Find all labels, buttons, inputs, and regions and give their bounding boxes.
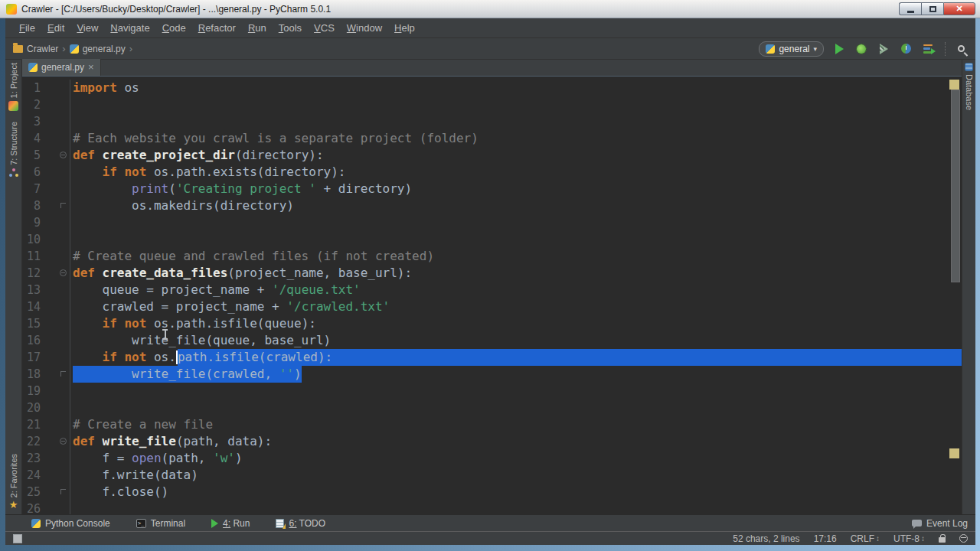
fold-end-icon[interactable] — [60, 371, 66, 377]
gutter[interactable] — [41, 416, 70, 433]
breadcrumb-file[interactable]: general.py — [68, 42, 127, 56]
gutter[interactable] — [41, 399, 70, 416]
code-line[interactable]: 2 — [22, 96, 962, 113]
fold-collapse-icon[interactable] — [60, 269, 67, 276]
code-line[interactable]: 3 — [22, 113, 962, 130]
sidebar-item-database[interactable]: Database — [965, 63, 974, 110]
code-line[interactable]: 24 f.write(data) — [22, 467, 962, 484]
gutter[interactable] — [41, 500, 70, 514]
gutter[interactable] — [41, 197, 70, 214]
gutter[interactable] — [41, 96, 70, 113]
gutter[interactable] — [41, 467, 70, 484]
tab-general-py[interactable]: general.py × — [22, 59, 101, 76]
gutter[interactable] — [41, 298, 70, 315]
concurrency-diagram-button[interactable] — [921, 42, 935, 56]
menu-edit[interactable]: Edit — [41, 20, 70, 36]
event-log-button[interactable]: Event Log — [912, 518, 968, 529]
menu-run[interactable]: Run — [242, 20, 273, 36]
menu-view[interactable]: View — [70, 20, 104, 36]
code-line[interactable]: 14 crawled = project_name + '/crawled.tx… — [22, 298, 962, 315]
gutter[interactable] — [41, 130, 70, 147]
code-line[interactable]: 11# Create queue and crawled files (if n… — [22, 248, 962, 265]
encoding-select[interactable]: UTF-8 ↕ — [893, 533, 925, 544]
menu-tools[interactable]: Tools — [273, 20, 308, 36]
gutter[interactable] — [41, 366, 70, 383]
sidebar-item-project[interactable]: 1: Project — [8, 63, 18, 111]
code-line[interactable]: 17 if not os.path.isfile(crawled): — [22, 349, 962, 366]
run-button[interactable] — [832, 42, 846, 56]
code-line[interactable]: 4# Each website you crawl is a separate … — [22, 130, 962, 147]
run-configuration-select[interactable]: general ▾ — [759, 41, 824, 57]
code-line[interactable]: 13 queue = project_name + '/queue.txt' — [22, 282, 962, 298]
menu-file[interactable]: File — [13, 20, 41, 36]
breadcrumb-project[interactable]: Crawler — [11, 42, 60, 56]
profiler-button[interactable] — [899, 42, 913, 56]
gutter[interactable] — [41, 484, 70, 500]
hector-inspections-icon[interactable] — [959, 534, 968, 543]
code-line[interactable]: 22def write_file(path, data): — [22, 433, 962, 450]
maximize-button[interactable] — [921, 2, 943, 15]
gutter[interactable] — [41, 80, 70, 96]
gutter[interactable] — [41, 433, 70, 450]
code-line[interactable]: 8 os.makedirs(directory) — [22, 197, 962, 214]
run-with-coverage-button[interactable] — [877, 42, 890, 56]
gutter[interactable] — [41, 147, 70, 164]
gutter[interactable] — [41, 248, 70, 265]
gutter[interactable] — [41, 332, 70, 349]
sidebar-item-structure[interactable]: 7: Structure — [9, 122, 18, 178]
code-line[interactable]: 5def create_project_dir(directory): — [22, 147, 962, 164]
code-line[interactable]: 7 print('Creating project ' + directory) — [22, 181, 962, 197]
toolwindow-toggle-icon[interactable] — [13, 534, 22, 543]
code-line[interactable]: 6 if not os.path.exists(directory): — [22, 164, 962, 181]
gutter[interactable] — [41, 231, 70, 248]
code-line[interactable]: 20 — [22, 399, 962, 416]
caret-position[interactable]: 17:16 — [814, 533, 837, 544]
code-line[interactable]: 26 — [22, 500, 962, 514]
code-line[interactable]: 10 — [22, 231, 962, 248]
gutter[interactable] — [41, 164, 70, 181]
terminal-button[interactable]: >_ Terminal — [136, 518, 185, 529]
gutter[interactable] — [41, 450, 70, 467]
code-line[interactable]: 18 write_file(crawled, '') — [22, 366, 962, 383]
python-console-button[interactable]: Python Console — [31, 518, 110, 529]
todo-toolwindow-button[interactable]: 6: TODO — [276, 518, 325, 529]
fold-end-icon[interactable] — [60, 203, 66, 208]
code-line[interactable]: 9 — [22, 214, 962, 231]
unlock-icon[interactable] — [939, 537, 946, 543]
menu-navigate[interactable]: Navigate — [104, 20, 155, 36]
gutter[interactable] — [41, 383, 70, 399]
gutter[interactable] — [41, 181, 70, 197]
code-line[interactable]: 19 — [22, 383, 962, 399]
gutter[interactable] — [41, 315, 70, 332]
code-line[interactable]: 21# Create a new file — [22, 416, 962, 433]
menu-window[interactable]: Window — [341, 20, 388, 36]
error-stripe-mark[interactable] — [949, 448, 959, 458]
gutter[interactable] — [41, 282, 70, 298]
fold-collapse-icon[interactable] — [60, 438, 67, 445]
fold-collapse-icon[interactable] — [60, 152, 67, 158]
code-line[interactable]: 23 f = open(path, 'w') — [22, 450, 962, 467]
minimize-button[interactable] — [899, 2, 921, 15]
menu-refactor[interactable]: Refactor — [192, 20, 242, 36]
close-icon[interactable]: × — [88, 63, 94, 72]
run-toolwindow-button[interactable]: 4: Run — [211, 518, 250, 529]
gutter[interactable] — [41, 265, 70, 282]
close-button[interactable]: ✕ — [943, 2, 975, 15]
gutter[interactable] — [41, 349, 70, 366]
code-line[interactable]: 12def create_data_files(project_name, ba… — [22, 265, 962, 282]
debug-button[interactable] — [854, 42, 868, 56]
fold-end-icon[interactable] — [60, 489, 66, 494]
menu-code[interactable]: Code — [156, 20, 192, 36]
code-line[interactable]: 1import os — [22, 80, 962, 96]
code-editor[interactable]: 1import os234# Each website you crawl is… — [22, 77, 962, 514]
sidebar-item-favorites[interactable]: 2: Favorites ★ — [9, 454, 18, 510]
search-everywhere-button[interactable] — [956, 42, 969, 56]
gutter[interactable] — [41, 113, 70, 130]
code-line[interactable]: 25 f.close() — [22, 484, 962, 500]
vertical-scrollbar[interactable] — [951, 90, 960, 282]
error-stripe-mark[interactable] — [949, 80, 959, 90]
line-ending-select[interactable]: CRLF ↕ — [851, 533, 880, 544]
gutter[interactable] — [41, 214, 70, 231]
menu-help[interactable]: Help — [388, 20, 421, 36]
menu-vcs[interactable]: VCS — [308, 20, 341, 36]
